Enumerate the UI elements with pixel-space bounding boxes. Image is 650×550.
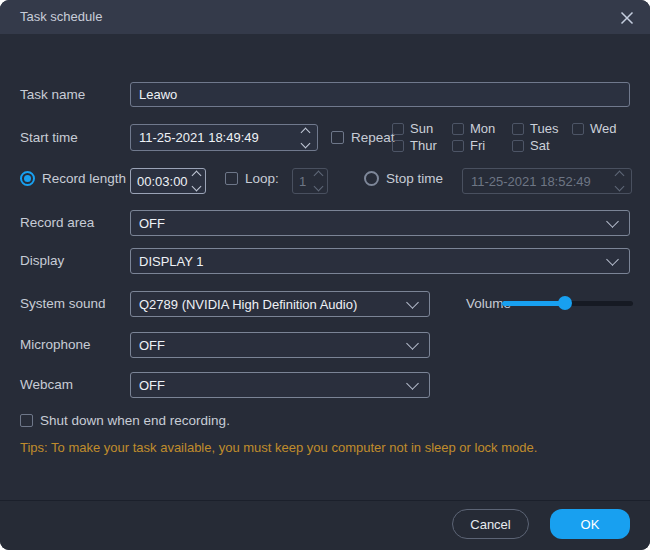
dialog-title: Task schedule	[20, 0, 102, 34]
chevron-down-icon	[406, 296, 419, 309]
record-area-dropdown[interactable]: OFF	[130, 210, 630, 236]
day-fri-checkbox[interactable]	[452, 140, 464, 152]
repeat-days: Sun Mon Tues Wed Thur Fri Sat	[392, 120, 632, 154]
volume-slider[interactable]	[502, 301, 633, 306]
microphone-value: OFF	[131, 338, 402, 353]
day-sat-checkbox[interactable]	[512, 140, 524, 152]
day-thur-label: Thur	[410, 138, 437, 153]
day-sun-label: Sun	[410, 121, 433, 136]
day-wed-label: Wed	[590, 121, 617, 136]
record-length-spinner[interactable]	[191, 172, 205, 190]
microphone-label: Microphone	[20, 332, 91, 358]
day-tues: Tues	[512, 120, 572, 137]
start-time-spinner[interactable]	[298, 129, 317, 147]
day-tues-label: Tues	[530, 121, 558, 136]
record-area-label: Record area	[20, 210, 94, 236]
loop-count-input[interactable]	[293, 174, 315, 189]
record-area-value: OFF	[131, 216, 602, 231]
start-time-input[interactable]	[131, 130, 298, 145]
webcam-label: Webcam	[20, 372, 73, 398]
webcam-value: OFF	[131, 378, 402, 393]
spin-up-icon[interactable]	[192, 171, 202, 181]
day-mon-checkbox[interactable]	[452, 123, 464, 135]
footer-bar: Cancel OK	[0, 500, 650, 550]
day-sat: Sat	[512, 137, 572, 154]
spin-down-icon[interactable]	[192, 182, 202, 192]
stop-time-label: Stop time	[386, 171, 443, 186]
start-time-label: Start time	[20, 124, 78, 151]
day-mon-label: Mon	[470, 121, 495, 136]
display-label: Display	[20, 248, 64, 274]
system-sound-label: System sound	[20, 291, 106, 317]
repeat-option: Repeat	[331, 130, 395, 145]
day-thur-checkbox[interactable]	[392, 140, 404, 152]
stop-time-radio[interactable]	[364, 171, 379, 186]
task-name-label: Task name	[20, 82, 85, 107]
day-thur: Thur	[392, 137, 452, 154]
cancel-button[interactable]: Cancel	[452, 509, 529, 539]
spin-down-icon[interactable]	[615, 182, 625, 192]
chevron-down-icon	[406, 337, 419, 350]
start-time-field[interactable]	[130, 124, 318, 151]
loop-option: Loop:	[225, 171, 279, 186]
display-dropdown[interactable]: DISPLAY 1	[130, 248, 630, 274]
day-tues-checkbox[interactable]	[512, 123, 524, 135]
task-name-field[interactable]	[130, 82, 630, 107]
day-wed-checkbox[interactable]	[572, 123, 584, 135]
loop-count-spinner[interactable]	[315, 172, 327, 190]
spin-up-icon[interactable]	[615, 171, 625, 181]
record-length-field[interactable]	[130, 168, 206, 194]
system-sound-dropdown[interactable]: Q2789 (NVIDIA High Definition Audio)	[130, 291, 430, 317]
spin-up-icon[interactable]	[301, 127, 311, 137]
spin-up-icon[interactable]	[314, 171, 324, 181]
system-sound-value: Q2789 (NVIDIA High Definition Audio)	[131, 297, 402, 312]
loop-checkbox[interactable]	[225, 172, 238, 185]
task-schedule-dialog: Task schedule Task name Start time Repea…	[0, 0, 650, 550]
microphone-dropdown[interactable]: OFF	[130, 332, 430, 358]
spin-down-icon[interactable]	[301, 138, 311, 148]
record-length-option: Record length	[20, 171, 126, 186]
tips-text: Tips: To make your task available, you m…	[20, 440, 537, 455]
day-sun: Sun	[392, 120, 452, 137]
record-length-radio[interactable]	[20, 171, 35, 186]
task-name-input[interactable]	[131, 87, 629, 102]
webcam-dropdown[interactable]: OFF	[130, 372, 430, 398]
title-bar: Task schedule	[0, 0, 650, 34]
spin-down-icon[interactable]	[314, 182, 324, 192]
chevron-down-icon	[406, 377, 419, 390]
stop-time-field[interactable]	[462, 168, 632, 194]
day-fri: Fri	[452, 137, 512, 154]
repeat-checkbox[interactable]	[331, 131, 344, 144]
stop-time-input[interactable]	[463, 174, 612, 189]
day-mon: Mon	[452, 120, 512, 137]
day-fri-label: Fri	[470, 138, 485, 153]
record-length-input[interactable]	[131, 174, 191, 189]
record-length-label: Record length	[42, 171, 126, 186]
chevron-down-icon	[606, 215, 619, 228]
repeat-label: Repeat	[351, 130, 395, 145]
shutdown-label: Shut down when end recording.	[40, 413, 230, 428]
volume-thumb[interactable]	[558, 296, 572, 310]
day-sun-checkbox[interactable]	[392, 123, 404, 135]
stop-time-spinner[interactable]	[612, 172, 631, 190]
stop-time-option: Stop time	[364, 171, 443, 186]
close-icon	[619, 10, 635, 26]
shutdown-option: Shut down when end recording.	[20, 413, 230, 428]
loop-count-field[interactable]	[292, 168, 328, 194]
loop-label: Loop:	[245, 171, 279, 186]
display-value: DISPLAY 1	[131, 254, 602, 269]
volume-fill	[502, 301, 565, 306]
ok-button[interactable]: OK	[550, 509, 630, 539]
close-button[interactable]	[617, 8, 637, 28]
day-sat-label: Sat	[530, 138, 550, 153]
shutdown-checkbox[interactable]	[20, 414, 33, 427]
day-wed: Wed	[572, 120, 632, 137]
chevron-down-icon	[606, 253, 619, 266]
